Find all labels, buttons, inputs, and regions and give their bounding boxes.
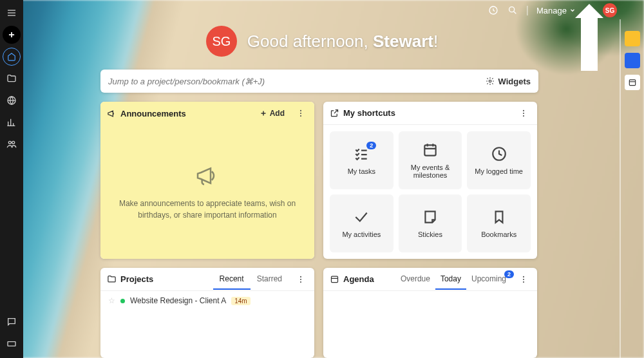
shortcut-label: My tasks [345,167,378,175]
separator: | [526,5,529,16]
svg-point-33 [523,115,524,117]
svg-point-11 [8,141,11,144]
svg-point-29 [300,278,301,279]
check-icon [353,209,370,225]
shortcuts-card: My shortcuts 2 My tasks My events & mile… [323,102,537,259]
svg-rect-42 [332,276,338,282]
svg-point-44 [523,276,524,277]
manage-label: Manage [536,6,567,15]
greeting-text: Good afternoon, Stewart! [247,32,438,52]
svg-point-28 [300,276,301,277]
project-time-badge: 14m [231,297,250,305]
project-name: Website Redesign - Client A [130,296,226,305]
shortcut-logged-time[interactable]: My logged time [467,131,531,189]
notes-chip-icon[interactable] [625,31,640,46]
widgets-label: Widgets [498,77,531,86]
svg-point-31 [523,109,524,111]
search-icon[interactable] [507,5,518,16]
calendar-chip-icon[interactable] [625,75,640,90]
tab-upcoming[interactable]: Upcoming 2 [466,269,511,290]
add-button[interactable] [3,26,21,44]
projects-title: Projects [120,274,153,284]
analytics-icon[interactable] [3,113,21,131]
tutorial-arrow [581,15,598,71]
note-icon [422,209,439,225]
shortcuts-more-button[interactable] [516,106,531,120]
shortcuts-title: My shortcuts [343,108,395,118]
projects-more-button[interactable] [294,272,308,287]
upcoming-badge: 2 [504,270,514,278]
shortcut-activities[interactable]: My activities [330,194,393,252]
agenda-card: Agenda Overdue Today Upcoming 2 [323,268,537,358]
announcements-empty-text: Make announcements to appreciate teams, … [113,198,301,221]
tab-recent[interactable]: Recent [213,269,251,290]
tab-overdue[interactable]: Overdue [395,269,435,290]
svg-point-27 [300,115,301,117]
calendar-icon [330,274,339,284]
clock-icon [491,146,507,162]
bell-icon[interactable] [583,5,595,16]
chat-icon[interactable] [3,313,21,331]
svg-rect-13 [8,342,15,346]
users-icon[interactable] [3,135,21,153]
shortcut-my-tasks[interactable]: 2 My tasks [330,131,393,189]
external-link-icon [330,108,339,118]
jump-bar[interactable]: Widgets [100,70,538,93]
announcements-more-button[interactable] [294,106,308,120]
globe-icon[interactable] [3,91,21,109]
greeting-avatar: SG [206,26,237,57]
bookmark-icon [491,209,507,225]
right-nav-rail [621,0,644,358]
shortcut-stickies[interactable]: Stickies [399,194,462,252]
announcements-add-button[interactable]: Add [256,106,289,120]
folder-icon[interactable] [3,70,21,88]
tab-starred[interactable]: Starred [251,269,289,290]
folder-icon [107,274,117,284]
dashboard-content: Announcements Add Make announcements to … [100,102,538,358]
svg-rect-17 [629,80,635,86]
svg-rect-37 [424,145,435,155]
svg-point-22 [489,80,491,82]
shortcut-label: My logged time [472,167,526,175]
agenda-more-button[interactable] [516,272,531,287]
shortcut-bookmarks[interactable]: Bookmarks [467,194,531,252]
announcements-card: Announcements Add Make announcements to … [100,102,314,259]
svg-point-26 [300,113,301,114]
chevron-down-icon [569,7,576,14]
tab-today[interactable]: Today [435,269,466,290]
svg-point-25 [300,110,301,111]
svg-point-12 [12,141,15,144]
calendar-icon [422,142,439,158]
agenda-title: Agenda [343,274,374,284]
widgets-button[interactable]: Widgets [486,77,531,86]
tasks-badge: 2 [366,142,376,149]
svg-point-30 [300,281,301,283]
megaphone-large-icon [194,163,220,189]
shortcut-label: Stickies [415,231,445,238]
jump-input[interactable] [108,77,486,86]
checklist-icon: 2 [353,146,370,162]
shortcut-events[interactable]: My events & milestones [399,131,462,189]
manage-dropdown[interactable]: Manage [536,6,576,15]
shortcut-label: My events & milestones [399,164,462,179]
shortcut-label: Bookmarks [478,231,519,238]
project-row[interactable]: ☆ Website Redesign - Client A 14m [100,291,314,310]
star-outline-icon[interactable]: ☆ [108,296,115,305]
gear-icon [486,77,495,86]
left-nav-rail [0,0,23,358]
svg-point-45 [523,278,524,279]
plus-icon [260,109,267,117]
svg-point-32 [523,112,524,113]
bookmarks-chip-icon[interactable] [625,53,640,68]
megaphone-icon [107,109,117,118]
keyboard-icon[interactable] [3,335,21,353]
menu-icon[interactable] [3,4,21,22]
avatar[interactable]: SG [603,3,617,17]
svg-point-46 [523,281,524,283]
announcements-empty-state: Make announcements to appreciate teams, … [100,125,314,259]
home-icon[interactable] [3,48,21,66]
shortcut-label: My activities [339,231,383,238]
announcements-title: Announcements [120,109,186,118]
top-bar: | Manage SG [488,0,621,21]
timer-icon[interactable] [488,5,499,16]
